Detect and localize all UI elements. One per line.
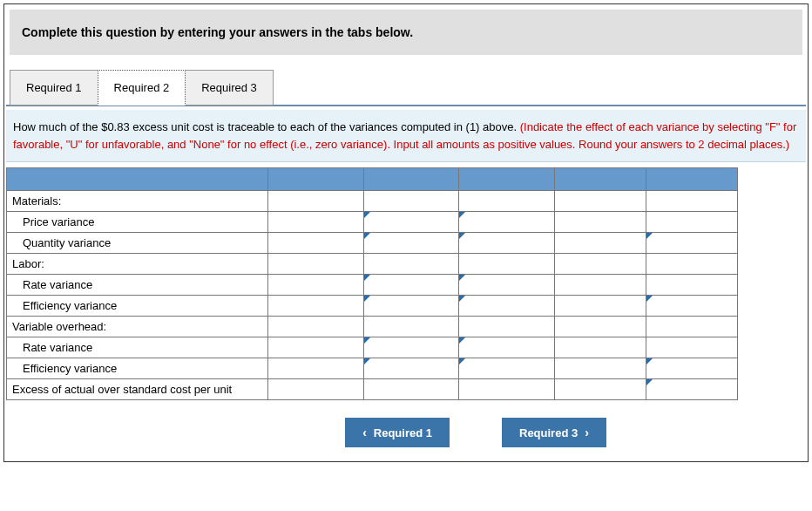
cell (555, 191, 646, 212)
question-prompt: How much of the $0.83 excess unit cost i… (6, 110, 806, 162)
cell (555, 379, 646, 400)
dropdown-indicator-icon (459, 212, 465, 218)
row-label: Rate variance (7, 337, 268, 358)
answer-table: Materials: Price variance Quantity varia… (6, 167, 738, 400)
row-label: Efficiency variance (7, 296, 268, 317)
dropdown-indicator-icon (459, 358, 465, 365)
table-row: Labor: (7, 254, 738, 275)
cell (646, 317, 738, 337)
input-cell[interactable] (459, 212, 555, 233)
table-row: Rate variance (7, 337, 738, 358)
input-cell[interactable] (646, 233, 738, 254)
input-cell[interactable] (459, 296, 555, 317)
dropdown-indicator-icon (364, 233, 370, 239)
cell (459, 254, 555, 275)
table-row: Efficiency variance (7, 296, 738, 317)
input-cell[interactable] (646, 379, 738, 400)
table-row: Variable overhead: (7, 317, 738, 337)
tab-required-1[interactable]: Required 1 (10, 70, 98, 106)
prev-button[interactable]: ‹ Required 1 (345, 418, 450, 447)
input-cell[interactable] (459, 233, 555, 254)
input-cell[interactable] (459, 337, 555, 358)
header-cell (555, 168, 646, 191)
input-cell[interactable] (646, 296, 738, 317)
row-label: Excess of actual over standard cost per … (7, 379, 268, 400)
input-cell[interactable] (646, 358, 738, 379)
dropdown-indicator-icon (646, 358, 653, 365)
cell (555, 296, 646, 317)
header-cell (363, 168, 459, 191)
dropdown-indicator-icon (364, 296, 370, 302)
dropdown-indicator-icon (459, 337, 465, 344)
cell (363, 379, 459, 400)
cell (267, 317, 363, 337)
tabs-row: Required 1 Required 2 Required 3 (10, 69, 808, 105)
next-button[interactable]: Required 3 › (502, 418, 606, 447)
cell (267, 254, 363, 275)
question-container: Complete this question by entering your … (3, 3, 809, 462)
input-cell[interactable] (363, 275, 459, 296)
table-row: Excess of actual over standard cost per … (7, 379, 738, 400)
input-cell[interactable] (363, 233, 459, 254)
cell (646, 254, 738, 275)
input-cell[interactable] (363, 212, 459, 233)
cell (459, 191, 555, 212)
chevron-right-icon: › (585, 426, 589, 439)
dropdown-indicator-icon (646, 379, 653, 385)
dropdown-indicator-icon (364, 337, 370, 344)
cell (459, 317, 555, 337)
cell (555, 233, 646, 254)
instruction-banner: Complete this question by entering your … (10, 10, 802, 55)
next-label: Required 3 (519, 426, 578, 439)
cell (646, 275, 738, 296)
table-row: Quantity variance (7, 233, 738, 254)
dropdown-indicator-icon (459, 296, 465, 302)
cell (267, 275, 363, 296)
cell (646, 212, 738, 233)
prev-label: Required 1 (374, 426, 432, 439)
dropdown-indicator-icon (459, 275, 465, 281)
cell (555, 212, 646, 233)
cell (267, 191, 363, 212)
cell (267, 296, 363, 317)
dropdown-indicator-icon (364, 212, 370, 218)
tab-required-2[interactable]: Required 2 (98, 70, 186, 106)
chevron-left-icon: ‹ (362, 426, 367, 439)
cell (459, 379, 555, 400)
cell (646, 337, 738, 358)
header-cell (459, 168, 555, 191)
cell (363, 191, 459, 212)
cell (363, 317, 459, 337)
input-cell[interactable] (363, 296, 459, 317)
cell (646, 191, 738, 212)
table-row: Price variance (7, 212, 738, 233)
input-cell[interactable] (459, 358, 555, 379)
input-cell[interactable] (459, 275, 555, 296)
cell (555, 358, 646, 379)
dropdown-indicator-icon (459, 233, 465, 239)
header-cell (646, 168, 738, 191)
header-cell (7, 168, 268, 191)
cell (555, 254, 646, 275)
cell (555, 317, 646, 337)
cell (267, 358, 363, 379)
cell (267, 337, 363, 358)
dropdown-indicator-icon (646, 296, 653, 302)
input-cell[interactable] (363, 337, 459, 358)
cell (267, 233, 363, 254)
cell (363, 254, 459, 275)
row-label: Labor: (7, 254, 268, 275)
cell (267, 212, 363, 233)
header-cell (267, 168, 363, 191)
row-label: Rate variance (7, 275, 268, 296)
row-label: Quantity variance (7, 233, 268, 254)
cell (267, 379, 363, 400)
row-label: Materials: (7, 191, 268, 212)
dropdown-indicator-icon (364, 275, 370, 281)
instruction-text: Complete this question by entering your … (22, 25, 413, 39)
input-cell[interactable] (363, 358, 459, 379)
table-row: Rate variance (7, 275, 738, 296)
dropdown-indicator-icon (646, 233, 653, 239)
cell (555, 337, 646, 358)
tab-required-3[interactable]: Required 3 (186, 70, 274, 106)
